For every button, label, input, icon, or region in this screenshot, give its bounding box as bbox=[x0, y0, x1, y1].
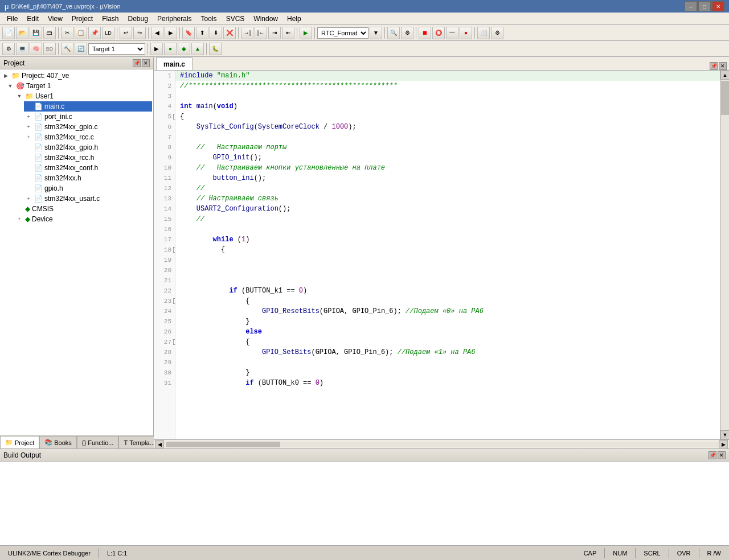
tb-run[interactable]: ▶ bbox=[300, 27, 312, 39]
hscroll-track[interactable] bbox=[164, 442, 719, 447]
project-panel-close[interactable]: ✕ bbox=[142, 59, 150, 67]
menu-debug[interactable]: Debug bbox=[124, 14, 153, 24]
tb-open[interactable]: 📂 bbox=[16, 27, 28, 39]
tb-green3[interactable]: ▲ bbox=[191, 43, 204, 55]
code-line-19 bbox=[175, 255, 720, 265]
vscroll-track[interactable] bbox=[720, 80, 729, 430]
editor-tab-mainc[interactable]: main.c bbox=[156, 57, 193, 70]
vscroll-up[interactable]: ▲ bbox=[720, 71, 729, 80]
tb-wave[interactable]: 〰 bbox=[446, 27, 458, 39]
hscroll-left[interactable]: ◀ bbox=[155, 440, 164, 449]
tb-rebuild[interactable]: 🔄 bbox=[75, 43, 87, 55]
sep1 bbox=[58, 27, 59, 39]
menu-window[interactable]: Window bbox=[249, 14, 282, 24]
tb-debug1[interactable]: ⚙ bbox=[401, 27, 413, 39]
tb-green2[interactable]: ◆ bbox=[178, 43, 190, 55]
tb-paste[interactable]: 📌 bbox=[88, 27, 101, 39]
vscroll-thumb[interactable] bbox=[721, 81, 729, 115]
proj-tab-project[interactable]: 📁 Project bbox=[0, 436, 39, 448]
tb-cpu[interactable]: 💻 bbox=[16, 43, 28, 55]
project-panel-pin[interactable]: 📌 bbox=[133, 59, 141, 67]
editor-close-btn[interactable]: ✕ bbox=[719, 62, 727, 70]
proj-tab-functions[interactable]: {} Functio... bbox=[77, 436, 119, 448]
tb-settings[interactable]: ⚙ bbox=[491, 27, 503, 39]
tb-compile[interactable]: 🔨 bbox=[61, 43, 73, 55]
tb-mem[interactable]: 🧠 bbox=[30, 43, 42, 55]
editor-tab-mainc-label: main.c bbox=[163, 60, 185, 68]
tb-window[interactable]: ⬜ bbox=[477, 27, 490, 39]
tree-item-device[interactable]: + ◆ Device bbox=[15, 214, 152, 224]
menu-svcs[interactable]: SVCS bbox=[222, 14, 249, 24]
tb-unindent2[interactable]: ⇤ bbox=[282, 27, 294, 39]
tb-save[interactable]: 💾 bbox=[30, 27, 42, 39]
tree-item-stm32h[interactable]: 📄 stm32f4xx.h bbox=[24, 173, 152, 183]
menu-tools[interactable]: Tools bbox=[196, 14, 222, 24]
proj-tab-books[interactable]: 📚 Books bbox=[39, 436, 77, 448]
tree-item-target1[interactable]: ▼ 🎯 Target 1 bbox=[6, 81, 152, 91]
tb-cut[interactable]: ✂ bbox=[61, 27, 73, 39]
code-line-1: #include "main.h" bbox=[175, 71, 720, 81]
code-content-1: #include "main.h" bbox=[180, 71, 249, 81]
tb-build[interactable]: BD bbox=[43, 43, 56, 55]
code-content-29 bbox=[180, 357, 184, 368]
expand-icon-target1: ▼ bbox=[6, 81, 15, 90]
tb-indent[interactable]: →| bbox=[241, 27, 253, 39]
menu-peripherals[interactable]: Peripherals bbox=[153, 14, 196, 24]
menu-flash[interactable]: Flash bbox=[97, 14, 123, 24]
hscroll-thumb[interactable] bbox=[166, 442, 280, 447]
tb-back[interactable]: ◀ bbox=[151, 27, 163, 39]
tb-load[interactable]: LD bbox=[102, 27, 114, 39]
tree-item-rccc[interactable]: + 📄 stm32f4xx_rcc.c bbox=[24, 132, 152, 142]
tb-copy[interactable]: 📋 bbox=[75, 27, 87, 39]
target-combo[interactable]: Target 1 bbox=[88, 43, 145, 55]
tb-indent2[interactable]: ⇥ bbox=[268, 27, 281, 39]
tree-item-gpioh[interactable]: 📄 stm32f4xx_gpio.h bbox=[24, 142, 152, 153]
tb-search[interactable]: 🔍 bbox=[387, 27, 400, 39]
tb-new[interactable]: 📄 bbox=[2, 27, 15, 39]
tb-circle[interactable]: ⭕ bbox=[432, 27, 445, 39]
menu-view[interactable]: View bbox=[43, 14, 67, 24]
minimize-button[interactable]: – bbox=[685, 1, 697, 11]
menu-file[interactable]: File bbox=[2, 14, 22, 24]
code-area[interactable]: #include "main.h" //********************… bbox=[175, 71, 720, 439]
tb-saveall[interactable]: 🗃 bbox=[43, 27, 56, 39]
tree-item-gpioc[interactable]: + 📄 stm32f4xx_gpio.c bbox=[24, 122, 152, 132]
tb-bookprev[interactable]: ⬆ bbox=[196, 27, 208, 39]
tb-stop[interactable]: ⏹ bbox=[419, 27, 431, 39]
tree-item-cmsis[interactable]: ◆ CMSIS bbox=[15, 204, 152, 214]
tree-item-mainc[interactable]: 📄 main.c bbox=[24, 101, 152, 112]
tb-combo-btn1[interactable]: ▼ bbox=[370, 27, 382, 39]
tree-item-confh[interactable]: 📄 stm32f4xx_conf.h bbox=[24, 163, 152, 173]
hscroll-right[interactable]: ▶ bbox=[719, 440, 728, 449]
tree-item-user1[interactable]: ▼ 📁 User1 bbox=[15, 91, 152, 101]
close-button[interactable]: ✕ bbox=[712, 1, 724, 11]
tb-dbg-mode[interactable]: ▶ bbox=[150, 43, 163, 55]
vscroll-down[interactable]: ▼ bbox=[720, 430, 729, 439]
tree-item-portinic[interactable]: + 📄 port_ini.c bbox=[24, 112, 152, 122]
tree-item-gpioh2[interactable]: 📄 gpio.h bbox=[24, 183, 152, 193]
build-panel-close[interactable]: ✕ bbox=[718, 451, 726, 459]
tb-redo[interactable]: ↪ bbox=[133, 27, 146, 39]
tb-bookmark[interactable]: 🔖 bbox=[182, 27, 195, 39]
tb-dbg-icon[interactable]: 🐛 bbox=[209, 43, 222, 55]
tb-target-settings[interactable]: ⚙ bbox=[2, 43, 15, 55]
menu-help[interactable]: Help bbox=[282, 14, 306, 24]
tb-record[interactable]: ● bbox=[460, 27, 472, 39]
menu-project[interactable]: Project bbox=[67, 14, 97, 24]
tree-item-project-root[interactable]: ▶ 📁 Project: 407_ve bbox=[1, 71, 152, 81]
rtc-format-combo[interactable]: RTC_Format bbox=[317, 27, 368, 39]
build-panel-pin[interactable]: 📌 bbox=[708, 451, 716, 459]
tb-booknext[interactable]: ⬇ bbox=[210, 27, 222, 39]
tree-item-usartc[interactable]: + 📄 stm32f4xx_usart.c bbox=[24, 193, 152, 204]
tree-item-rcch[interactable]: 📄 stm32f4xx_rcc.h bbox=[24, 153, 152, 163]
maximize-button[interactable]: □ bbox=[698, 1, 711, 11]
tb-undo[interactable]: ↩ bbox=[120, 27, 132, 39]
tb-green1[interactable]: ● bbox=[164, 43, 177, 55]
tb-bookclear[interactable]: ❌ bbox=[223, 27, 236, 39]
tb-forward[interactable]: ▶ bbox=[165, 27, 177, 39]
tb-unindent[interactable]: |← bbox=[255, 27, 267, 39]
code-content-23: { bbox=[180, 296, 249, 306]
expand-icon-gpioh2 bbox=[24, 184, 33, 193]
menu-edit[interactable]: Edit bbox=[22, 14, 43, 24]
editor-pin-btn[interactable]: 📌 bbox=[710, 62, 718, 70]
